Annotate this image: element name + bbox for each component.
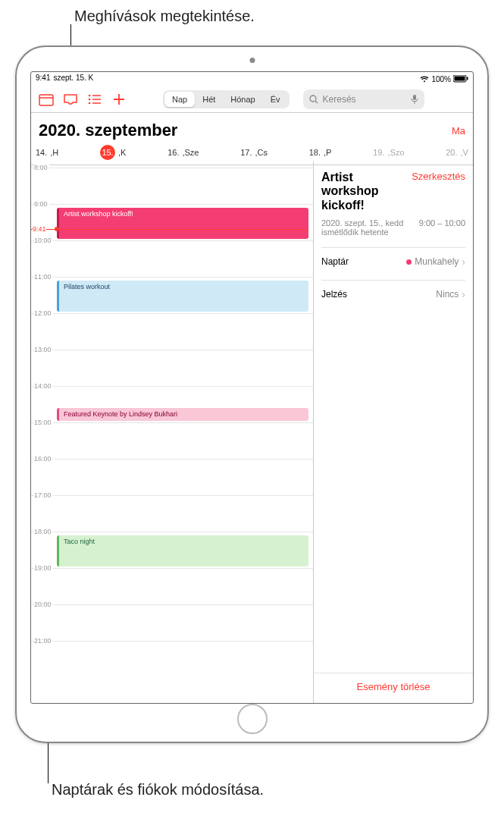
detail-row-value: Nincs› [436, 288, 465, 300]
inbox-icon[interactable] [60, 89, 81, 110]
calendar-event[interactable]: Taco night [57, 535, 308, 566]
day-header[interactable]: 16.,Sze [167, 145, 199, 160]
status-date: szept. 15. K [53, 74, 93, 84]
hour-row: 17:00 [31, 495, 313, 532]
event-title: Artist workshop kickoff! [321, 171, 412, 212]
hour-label: 20:00 [34, 601, 53, 608]
segment-day[interactable]: Nap [164, 92, 195, 107]
month-title: 2020. szeptember [39, 121, 177, 140]
search-field[interactable]: Keresés [303, 89, 424, 109]
detail-row-label: Naptár [321, 256, 349, 267]
now-time-label: 9:41 [33, 225, 46, 233]
wifi-icon [420, 76, 429, 83]
calendars-icon[interactable] [36, 89, 57, 110]
mic-icon[interactable] [411, 94, 418, 105]
chevron-right-icon: › [462, 256, 465, 268]
day-of-week: ,K [118, 148, 126, 157]
detail-row-label: Jelzés [321, 289, 347, 300]
today-button[interactable]: Ma [452, 125, 465, 136]
toolbar: Nap Hét Hónap Év Keresés [31, 86, 473, 113]
svg-point-13 [310, 96, 316, 102]
svg-rect-2 [467, 77, 468, 80]
camera-dot [249, 58, 255, 63]
day-header[interactable]: 19.,Szo [373, 145, 404, 160]
segment-month[interactable]: Hónap [223, 92, 262, 107]
hour-label: 12:00 [34, 309, 53, 317]
segment-week[interactable]: Hét [195, 92, 223, 107]
day-number: 14. [36, 148, 47, 157]
segment-year[interactable]: Év [263, 92, 288, 107]
status-bar: 9:41 szept. 15. K 100% [31, 72, 473, 86]
hour-row: 20:00 [31, 604, 313, 641]
callout-top: Meghívások megtekintése. [74, 8, 255, 25]
event-date: 2020. szept. 15., kedd [321, 218, 403, 228]
status-time: 9:41 [36, 74, 50, 84]
day-header[interactable]: 14.,H [36, 145, 58, 160]
hour-row: 8:00 [31, 168, 313, 204]
ipad-frame: 9:41 szept. 15. K 100% [15, 46, 489, 743]
day-number: 16. [167, 148, 179, 157]
calendar-event[interactable]: Artist workshop kickoff! [57, 208, 308, 239]
hour-label: 9:00 [34, 200, 49, 208]
hour-label: 17:00 [34, 491, 53, 499]
now-dot [55, 227, 59, 231]
view-segmented-control: Nap Hét Hónap Év [163, 90, 290, 108]
hour-row: 19:00 [31, 568, 313, 604]
day-header[interactable]: 17.,Cs [240, 145, 268, 160]
edit-button[interactable]: Szerkesztés [412, 171, 465, 182]
day-of-week: ,Sze [182, 148, 199, 157]
calendar-event[interactable]: Pilates workout [57, 281, 308, 312]
callout-bottom: Naptárak és fiókok módosítása. [52, 781, 264, 799]
screen: 9:41 szept. 15. K 100% [30, 71, 474, 704]
day-timeline[interactable]: 8:009:0010:0011:0012:0013:0014:0015:0016… [31, 162, 314, 703]
hour-label: 18:00 [34, 528, 53, 535]
hour-row: 12:00 [31, 313, 313, 350]
day-number: 19. [373, 148, 384, 157]
svg-point-6 [89, 98, 91, 100]
svg-line-14 [315, 101, 318, 103]
detail-row[interactable]: JelzésNincs› [321, 280, 465, 308]
delete-event-button[interactable]: Esemény törlése [314, 673, 473, 692]
svg-point-7 [89, 102, 91, 104]
event-detail-pane: Artist workshop kickoff! Szerkesztés 202… [314, 162, 473, 703]
search-icon [309, 95, 318, 104]
detail-row-value: Munkahely› [406, 256, 465, 268]
now-indicator [31, 229, 308, 230]
day-number: 15. [100, 145, 115, 160]
event-recurrence: ismétlődik hetente [321, 228, 403, 237]
add-icon[interactable] [108, 89, 130, 110]
hour-label: 11:00 [34, 273, 53, 281]
svg-rect-15 [413, 95, 416, 100]
day-header[interactable]: 18.,P [309, 145, 332, 160]
home-button[interactable] [237, 704, 268, 734]
hour-label: 14:00 [34, 382, 53, 390]
calendar-event[interactable]: Featured Keynote by Lindsey Bukhari [57, 408, 308, 421]
hour-label: 16:00 [34, 455, 53, 463]
day-of-week: ,P [324, 148, 331, 157]
event-time-range: 9:00 – 10:00 [419, 218, 465, 237]
hour-row: 13:00 [31, 350, 313, 386]
content-area: 8:009:0010:0011:0012:0013:0014:0015:0016… [31, 162, 473, 703]
hour-row: 16:00 [31, 459, 313, 495]
day-of-week: ,Cs [255, 148, 268, 157]
day-header[interactable]: 15.,K [100, 145, 126, 160]
hour-label: 19:00 [34, 564, 53, 572]
search-placeholder: Keresés [323, 94, 356, 105]
hour-row: 10:00 [31, 240, 313, 277]
day-header[interactable]: 20.,V [446, 145, 468, 160]
svg-rect-1 [455, 77, 465, 81]
svg-point-5 [89, 94, 91, 96]
battery-percent: 100% [431, 75, 451, 83]
day-of-week: ,H [50, 148, 58, 157]
day-number: 17. [240, 148, 252, 157]
day-of-week: ,Szo [387, 148, 404, 157]
day-number: 18. [309, 148, 321, 157]
hour-row: 15:00 [31, 422, 313, 459]
svg-rect-3 [39, 95, 53, 105]
chevron-right-icon: › [462, 288, 465, 300]
hour-label: 13:00 [34, 346, 53, 353]
hour-row: 21:00 [31, 641, 313, 677]
list-icon[interactable] [84, 89, 105, 110]
detail-row[interactable]: NaptárMunkahely› [321, 247, 465, 275]
calendar-color-dot [406, 259, 412, 265]
